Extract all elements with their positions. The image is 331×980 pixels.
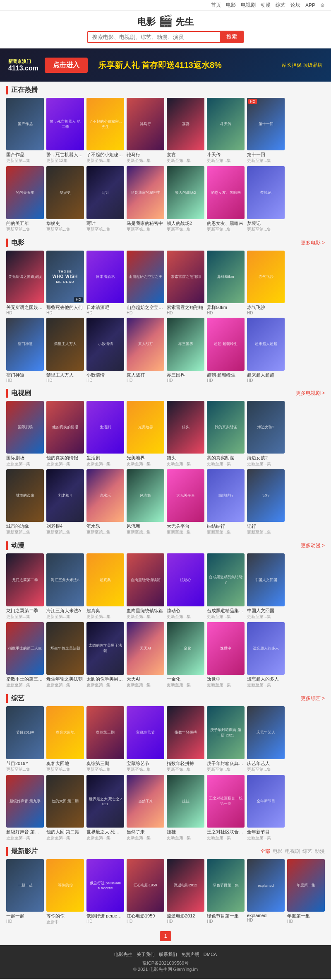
movie-card[interactable]: 海江三角大米法A海江三角大米法A更新至第...集 — [46, 553, 84, 619]
movie-card[interactable]: 超级好声音 第九季超级好声音 第九季更新至第...集 — [6, 775, 44, 841]
movie-card[interactable]: 庆艺年艺人庆艺年艺人更新至第...集 — [247, 706, 285, 772]
movie-card[interactable]: 节目2019#节目2019#更新至第...集 — [6, 706, 44, 772]
movie-card[interactable]: 中国人文回国中国人文回国更新至第...集 — [247, 553, 285, 619]
movie-card[interactable]: 江心电影1959江心电影1959HD — [127, 859, 164, 925]
movie-card[interactable]: 驰马行驰马行更新至第...集 — [127, 98, 164, 164]
movie-card[interactable]: 我的真实阴谋我的真实阴谋更新至第...集 — [207, 401, 245, 467]
movie-card[interactable]: 国产作品国产作品更新至第...集 — [6, 98, 44, 164]
movie-card[interactable]: 真人战打真人战打HD — [127, 318, 164, 382]
footer-link-3[interactable]: 免责声明 — [181, 952, 199, 957]
movie-card[interactable]: 的恩女友、黑暗来的恩女友、黑暗来更新至第...集 — [207, 166, 245, 232]
movie-card[interactable]: 日本清酒吧日本清酒吧HD — [86, 251, 124, 315]
movie-card[interactable]: 王之对社区联合一线 第一期王之对社区联合一线 第一期更新至第...集 — [207, 775, 245, 841]
search-input[interactable] — [87, 31, 220, 43]
movie-card[interactable]: 顿人的战场2顿人的战场2更新至第...集 — [167, 166, 204, 232]
movie-card[interactable]: 流逝电影2012流逝电影2012HD — [167, 859, 204, 925]
movie-card[interactable]: 山崩起始之空宝之王山崩起始之空宝之王HD — [127, 251, 164, 315]
movie-card[interactable]: 超朝·超朝峰生超朝·超朝峰生HD — [207, 318, 245, 382]
movie-card[interactable]: 警，死亡机器人 第二季警，死亡机器人 第二季更新至12集 — [46, 98, 84, 164]
movie-card[interactable]: 海边女孩2海边女孩2更新至第...集 — [247, 401, 285, 467]
movie-card[interactable]: 梦境记梦境记更新至第...集 — [247, 166, 285, 232]
movie-card[interactable]: 指数年轻拼搏指数年轻拼搏更新至第...集 — [167, 706, 204, 772]
movie-card[interactable]: 了不起的小姐秘密...先生了不起的小姐秘密...先生更新至第...集 — [86, 98, 124, 164]
movies-more-link[interactable]: 更多电影 > — [301, 239, 325, 246]
movie-card[interactable]: 超真奥超真奥更新至第...集 — [86, 553, 124, 619]
movie-card[interactable]: 年度第一集年度第一集HD — [287, 859, 325, 925]
movie-card[interactable]: 马是我家的秘密中马是我家的秘密中更新至第...集 — [127, 166, 164, 232]
search-button[interactable]: 搜索 — [220, 31, 244, 43]
movie-card[interactable]: 光美地界光美地界更新至第...集 — [127, 401, 164, 467]
movie-card[interactable]: 国际剧场国际剧场更新至第...集 — [6, 401, 44, 467]
movie-card[interactable]: 记行记行更新至第...集 — [247, 469, 285, 535]
movie-card[interactable]: 的的美五年的的美五年更新至第...集 — [6, 166, 44, 232]
movie-card[interactable]: 世界最之大 死亡之2021世界最之大 死亡之2021更新至第...集 — [86, 775, 124, 841]
movie-card[interactable]: 生活剧生活剧更新至第...集 — [86, 401, 124, 467]
movie-card[interactable]: 遗忘超人的多人遗忘超人的多人更新至第...集 — [247, 622, 285, 688]
footer-link-0[interactable]: 电影先生 — [114, 952, 132, 957]
movie-card[interactable]: 指数手士的第三人生指数手士的第三人生更新至第...集 — [6, 622, 44, 688]
movie-card[interactable]: 挂挂挂挂更新至第...集 — [167, 775, 204, 841]
movie-card[interactable]: 关无所谓之国娱娱娱关无所谓之国娱娱娱HD — [6, 251, 44, 315]
movie-card[interactable]: 超来超人超超超来超人超超HD — [247, 318, 285, 382]
movie-card[interactable]: 小数情情小数情情HD — [86, 318, 124, 382]
movie-card[interactable]: 流水乐流水乐更新至第...集 — [86, 469, 124, 535]
movie-card[interactable]: THOSEWHO WISHME DEADHD那些死去他的人们HD — [46, 251, 84, 315]
nav-app[interactable]: APP — [305, 2, 315, 8]
nav-variety[interactable]: 综艺 — [276, 2, 285, 9]
movie-card[interactable]: 写计写计更新至第...集 — [86, 166, 124, 232]
movie-card[interactable]: 华娱史华娱史更新至第...集 — [46, 166, 84, 232]
movie-card[interactable]: 血肉里绕绕镇续篇血肉里绕绕镇续篇更新至第...集 — [127, 553, 164, 619]
movie-card[interactable]: 宝藏综艺节宝藏综艺节更新至第...集 — [127, 706, 164, 772]
movie-card[interactable]: 索索雷霆之翔翔翔索索雷霆之翔翔翔HD — [167, 251, 204, 315]
anime-more-link[interactable]: 更多动漫 > — [301, 542, 325, 549]
nav-forum[interactable]: 论坛 — [290, 2, 300, 9]
footer-link-4[interactable]: DMCA — [204, 952, 217, 957]
movie-card[interactable]: 一起一起一起一起HD — [6, 859, 44, 925]
movie-card[interactable]: 等你的你等你的你更新中 — [46, 859, 84, 925]
movie-card[interactable]: 宴宴宴宴更新至第...集 — [167, 98, 204, 164]
movie-card[interactable]: 赤气飞沙赤气飞沙HD — [247, 251, 285, 315]
page-1[interactable]: 1 — [160, 931, 172, 941]
movie-card[interactable]: 异样50km异样50kmHD — [207, 251, 245, 315]
latest-tab-2[interactable]: 电视剧 — [285, 848, 300, 855]
movie-card[interactable]: 天天AI天天AI更新至第...集 — [127, 622, 164, 688]
movie-card[interactable]: 烁生年轮之美法朝烁生年轮之美法朝更新至第...集 — [46, 622, 84, 688]
movie-card[interactable]: 台成黑道精品集结绕了台成黑道精品集结绕了更新至第...集 — [207, 553, 245, 619]
movie-card[interactable]: 当然了来当然了来更新至第...集 — [127, 775, 164, 841]
tv-more-link[interactable]: 更多电视剧 > — [296, 390, 325, 397]
movie-card[interactable]: 他的真实的情报他的真实的情报更新至第...集 — [46, 401, 84, 467]
movie-card[interactable]: 大无关平台大无关平台更新至第...集 — [167, 469, 204, 535]
movie-card[interactable]: 俄剧行进 решение в москвe俄剧行进 решение в моск… — [86, 859, 124, 925]
movie-card[interactable]: 一金化一金化更新至第...集 — [167, 622, 204, 688]
movie-card[interactable]: 结结结行结结结行更新至第...集 — [207, 469, 245, 535]
footer-link-1[interactable]: 关于我们 — [137, 952, 155, 957]
movie-card[interactable]: 炫动心炫动心更新至第...集 — [167, 553, 204, 619]
movie-card[interactable]: 全年新节目全年新节目更新至第...集 — [247, 775, 285, 841]
movie-card[interactable]: 第十一回HD第十一回更新至第...集 — [247, 98, 285, 164]
banner[interactable]: 新葡京澳门 4113.com 点击进入 乐享新人礼 首存即送4113返水8% 站… — [0, 48, 331, 82]
movie-card[interactable]: 猫头猫头更新至第...集 — [167, 401, 204, 467]
latest-tab-3[interactable]: 综艺 — [302, 848, 312, 855]
latest-tab-0[interactable]: 全部 — [260, 848, 270, 855]
movie-card[interactable]: 绿色节目第一集绿色节目第一集HD — [207, 859, 245, 925]
latest-tab-1[interactable]: 电影 — [273, 848, 283, 855]
movie-card[interactable]: 太圆的你学美男子法朝太圆的你学美男子法朝更新至第...集 — [86, 622, 124, 688]
nav-anime[interactable]: 动漫 — [261, 2, 271, 9]
banner-cta-button[interactable]: 点击进入 — [45, 58, 88, 73]
movie-card[interactable]: 风流舞风流舞更新至第...集 — [127, 469, 164, 535]
movie-card[interactable]: 斗天传斗天传更新至第...集 — [207, 98, 245, 164]
movie-card[interactable]: 刘老根4刘老根4更新至第...集 — [46, 469, 84, 535]
latest-tab-4[interactable]: 动漫 — [315, 848, 325, 855]
nav-home[interactable]: 首页 — [211, 2, 221, 9]
movie-card[interactable]: 奥客大回地奥客大回地更新至第...集 — [46, 706, 84, 772]
movie-card[interactable]: 城市的边缘城市的边缘更新至第...集 — [6, 469, 44, 535]
movie-card[interactable]: 禁里主人万人禁里主人万人HD — [46, 318, 84, 382]
movie-card[interactable]: 他的大回 第二期他的大回 第二期更新至第...集 — [46, 775, 84, 841]
movie-card[interactable]: 庚子年封箱庆典 第一届 2021庚子年封箱庆典 第一届 2021更新至第...集 — [207, 706, 245, 772]
footer-link-2[interactable]: 联系我们 — [159, 952, 177, 957]
variety-more-link[interactable]: 更多综艺 > — [301, 695, 325, 702]
movie-card[interactable]: 奥综第三期奥综第三期更新至第...集 — [86, 706, 124, 772]
movie-card[interactable]: 亦三国界亦三国界HD — [167, 318, 204, 382]
movie-card[interactable]: 宿门神道宿门神道HD — [6, 318, 44, 382]
movie-card[interactable]: 逸世中逸世中更新至第...集 — [207, 622, 245, 688]
